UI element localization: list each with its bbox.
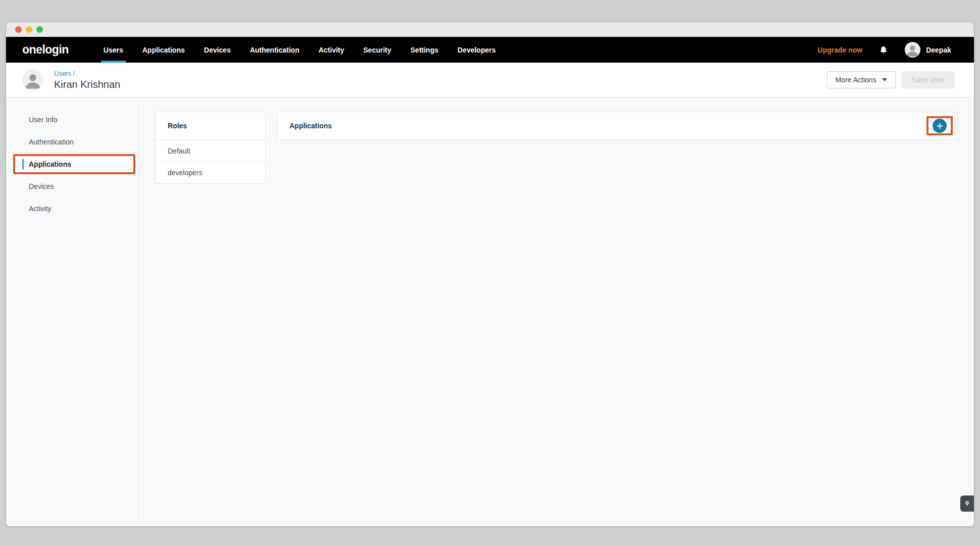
content-area: User Info Authentication Applications De…	[6, 97, 974, 526]
user-page-header: Users / Kiran Krishnan More Actions Save…	[6, 63, 974, 97]
plus-icon	[936, 122, 944, 130]
nav-items: Users Applications Devices Authenticatio…	[94, 37, 505, 63]
nav-tab-label: Activity	[319, 46, 345, 54]
role-label: Default	[168, 147, 190, 155]
nav-tab-label: Security	[363, 46, 391, 54]
nav-tab-devices[interactable]: Devices	[194, 37, 240, 63]
sidebar-item-label: Activity	[29, 205, 51, 213]
nav-tab-label: Developers	[458, 46, 496, 54]
header-actions: More Actions Save User	[827, 71, 955, 88]
nav-tab-label: Devices	[204, 46, 231, 54]
app-window: onelogin Users Applications Devices Auth…	[6, 22, 974, 526]
page-title: Kiran Krishnan	[54, 79, 120, 90]
nav-tab-activity[interactable]: Activity	[309, 37, 354, 63]
person-icon	[905, 42, 920, 58]
lightbulb-icon	[964, 500, 970, 508]
top-navbar: onelogin Users Applications Devices Auth…	[6, 37, 974, 63]
more-actions-label: More Actions	[836, 76, 876, 84]
nav-tab-settings[interactable]: Settings	[401, 37, 448, 63]
sidebar-item-activity[interactable]: Activity	[6, 197, 138, 220]
breadcrumb[interactable]: Users /	[54, 70, 120, 77]
sidebar-item-user-info[interactable]: User Info	[6, 109, 138, 131]
nav-tab-developers[interactable]: Developers	[448, 37, 505, 63]
nav-tab-label: Users	[104, 46, 123, 54]
nav-tab-users[interactable]: Users	[94, 37, 133, 63]
nav-tab-authentication[interactable]: Authentication	[240, 37, 309, 63]
more-actions-button[interactable]: More Actions	[827, 71, 896, 88]
sidebar-item-label: Applications	[29, 160, 71, 168]
sidebar-item-label: Authentication	[29, 138, 74, 146]
role-row-developers[interactable]: developers	[156, 162, 265, 183]
roles-card: Roles Default developers	[155, 112, 266, 184]
sidebar-item-devices[interactable]: Devices	[6, 175, 138, 197]
bell-icon[interactable]	[879, 45, 888, 55]
sidebar-item-applications[interactable]: Applications	[6, 153, 138, 175]
close-window-button[interactable]	[15, 26, 22, 33]
nav-tab-security[interactable]: Security	[354, 37, 401, 63]
applications-panel: Applications	[277, 112, 958, 140]
account-menu[interactable]: Deepak	[905, 42, 951, 58]
sidebar-item-label: Devices	[29, 182, 54, 190]
user-identity: Users / Kiran Krishnan	[54, 70, 120, 90]
upgrade-now-link[interactable]: Upgrade now	[818, 46, 863, 54]
person-icon	[22, 69, 43, 90]
main-panels: Roles Default developers Applications	[139, 97, 974, 526]
save-user-button[interactable]: Save User	[902, 71, 955, 88]
onelogin-logo[interactable]: onelogin	[22, 43, 69, 57]
add-application-button[interactable]	[933, 119, 947, 133]
chevron-down-icon	[882, 78, 887, 81]
roles-card-title: Roles	[156, 112, 265, 140]
help-button[interactable]	[960, 495, 974, 512]
sidebar-item-authentication[interactable]: Authentication	[6, 131, 138, 153]
sidebar-item-label: User Info	[29, 116, 58, 124]
account-name: Deepak	[926, 46, 951, 54]
nav-tab-applications[interactable]: Applications	[133, 37, 194, 63]
highlight-annotation-add-application	[926, 116, 953, 135]
window-titlebar	[6, 22, 974, 37]
navbar-right: Upgrade now Deepak	[818, 37, 951, 63]
applications-panel-title: Applications	[277, 112, 926, 140]
nav-tab-label: Settings	[411, 46, 438, 54]
nav-tab-label: Applications	[142, 46, 185, 54]
minimize-window-button[interactable]	[26, 26, 32, 33]
role-label: developers	[168, 169, 203, 177]
active-indicator-bar	[22, 159, 24, 169]
zoom-window-button[interactable]	[36, 26, 43, 33]
user-sidebar: User Info Authentication Applications De…	[6, 97, 139, 526]
role-row-default[interactable]: Default	[156, 140, 265, 162]
nav-tab-label: Authentication	[250, 46, 300, 54]
